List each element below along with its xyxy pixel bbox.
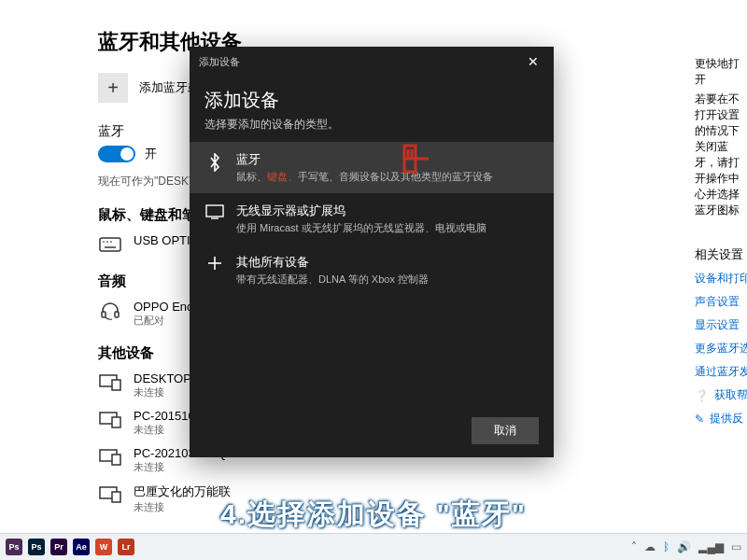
option-title: 其他所有设备: [236, 254, 429, 271]
related-link[interactable]: 更多蓝牙选: [695, 341, 747, 357]
tray-battery-icon[interactable]: ▭: [731, 540, 741, 553]
svg-rect-14: [112, 492, 120, 502]
option-title: 蓝牙: [236, 151, 493, 168]
option-desc: 使用 Miracast 或无线扩展坞的无线监视器、电视或电脑: [236, 221, 486, 235]
related-link[interactable]: 声音设置: [695, 294, 747, 310]
taskbar-app-icon[interactable]: Ae: [73, 539, 90, 555]
dialog-subtitle: 选择要添加的设备的类型。: [204, 117, 539, 133]
svg-rect-10: [112, 417, 120, 427]
device-status: 未连接: [134, 460, 242, 474]
feedback-icon: ✎: [695, 413, 704, 426]
bluetooth-state: 开: [145, 146, 157, 162]
bluetooth-icon: [204, 153, 225, 172]
device-generic-icon: [98, 371, 122, 394]
headset-icon: [98, 300, 122, 322]
tip-body: 若要在不打开设置的情况下关闭蓝牙，请打开操作中心并选择蓝牙图标: [695, 91, 747, 218]
related-link[interactable]: 显示设置: [695, 317, 747, 333]
taskbar-app-icon[interactable]: Pr: [50, 539, 67, 555]
close-icon[interactable]: ✕: [522, 52, 544, 71]
svg-rect-0: [100, 238, 120, 251]
option-bluetooth[interactable]: 蓝牙 鼠标、键盘、手写笔、音频设备以及其他类型的蓝牙设备: [190, 142, 554, 193]
tip-heading: 更快地打开: [695, 56, 747, 88]
related-link[interactable]: 设备和打印: [695, 271, 747, 287]
right-sidebar: 更快地打开 若要在不打开设置的情况下关闭蓝牙，请打开操作中心并选择蓝牙图标 相关…: [695, 56, 747, 434]
option-desc: 鼠标、键盘、手写笔、音频设备以及其他类型的蓝牙设备: [236, 170, 493, 184]
device-generic-icon: [98, 409, 122, 431]
related-settings-title: 相关设置: [695, 246, 747, 263]
keyboard-icon: [98, 233, 122, 256]
device-generic-icon: [98, 446, 122, 469]
tray-bluetooth-icon[interactable]: ᛒ: [663, 540, 669, 553]
device-status: 未连接: [134, 500, 231, 514]
taskbar-app-icon[interactable]: Lr: [118, 539, 134, 555]
give-feedback-link[interactable]: ✎提供反: [695, 411, 747, 427]
svg-rect-5: [102, 312, 106, 317]
taskbar[interactable]: Ps Ps Pr Ae W Lr ˄ ☁ ᛒ 🔊 ▂▄▆ ▭: [0, 533, 747, 560]
cancel-button[interactable]: 取消: [472, 417, 539, 444]
bluetooth-toggle[interactable]: [98, 146, 135, 162]
add-device-dialog: 添加设备 ✕ 添加设备 选择要添加的设备的类型。 蓝牙 鼠标、键盘、手写笔、音频…: [190, 47, 554, 457]
device-row[interactable]: 巴厘文化的万能联未连接: [98, 483, 747, 514]
system-tray[interactable]: ˄ ☁ ᛒ 🔊 ▂▄▆ ▭: [631, 540, 741, 553]
tray-volume-icon[interactable]: 🔊: [677, 540, 691, 553]
device-generic-icon: [98, 483, 122, 506]
tray-chevron-icon[interactable]: ˄: [631, 540, 637, 553]
taskbar-app-icon[interactable]: W: [95, 539, 112, 555]
dialog-header-title: 添加设备: [199, 55, 240, 69]
option-desc: 带有无线适配器、DLNA 等的 Xbox 控制器: [236, 273, 429, 287]
tray-cloud-icon[interactable]: ☁: [644, 540, 655, 553]
svg-rect-12: [112, 455, 120, 465]
svg-rect-8: [112, 380, 120, 390]
help-icon: ❔: [695, 389, 709, 402]
svg-rect-6: [115, 312, 119, 317]
get-help-link[interactable]: ❔获取帮: [695, 387, 747, 403]
tray-wifi-icon[interactable]: ▂▄▆: [698, 540, 724, 553]
taskbar-apps: Ps Ps Pr Ae W Lr: [6, 539, 134, 555]
svg-rect-15: [206, 205, 223, 217]
monitor-icon: [204, 204, 225, 219]
option-everything-else[interactable]: 其他所有设备 带有无线适配器、DLNA 等的 Xbox 控制器: [190, 245, 554, 296]
plus-icon: [204, 256, 225, 271]
taskbar-app-icon[interactable]: Ps: [28, 539, 45, 555]
taskbar-app-icon[interactable]: Ps: [6, 539, 22, 555]
related-link[interactable]: 通过蓝牙发: [695, 364, 747, 380]
dialog-title: 添加设备: [204, 88, 539, 113]
plus-icon: +: [98, 73, 128, 103]
option-title: 无线显示器或扩展坞: [236, 203, 486, 219]
option-wireless-display[interactable]: 无线显示器或扩展坞 使用 Miracast 或无线扩展坞的无线监视器、电视或电脑: [190, 193, 554, 245]
device-name: 巴厘文化的万能联: [134, 483, 231, 500]
